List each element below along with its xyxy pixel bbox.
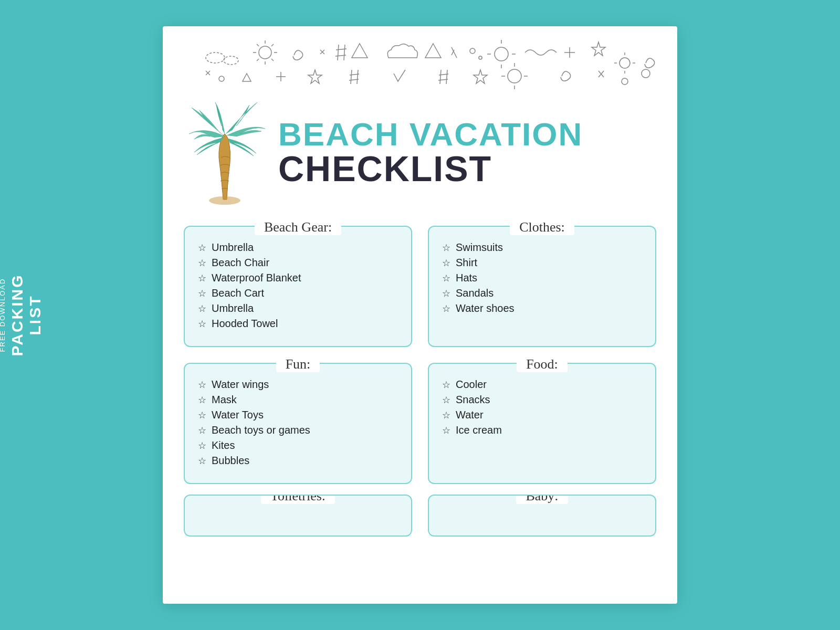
bottom-line-right-0 <box>339 495 398 496</box>
svg-point-21 <box>470 48 475 54</box>
svg-point-31 <box>620 58 630 68</box>
section-title-1: Clothes: <box>515 219 569 235</box>
section-title-2: Fun: <box>281 356 315 372</box>
svg-point-59 <box>622 78 628 85</box>
item-text: Sandals <box>456 287 494 299</box>
svg-point-0 <box>206 52 225 63</box>
checklist-item: ☆Beach toys or games <box>198 424 398 436</box>
checklist-item: ☆Water wings <box>198 379 398 391</box>
bottom-line-left-0 <box>198 495 257 496</box>
checklist-item: ☆Beach Cart <box>198 287 398 299</box>
svg-marker-30 <box>592 42 605 56</box>
section-title-0: Beach Gear: <box>260 219 336 235</box>
svg-point-52 <box>508 69 521 83</box>
section-title-wrapper-3: Food: <box>442 354 642 372</box>
star-icon: ☆ <box>198 272 206 284</box>
bottom-title-bg-0: Toiletries: <box>261 495 335 504</box>
star-icon: ☆ <box>442 410 450 421</box>
section-title-line-left-0 <box>198 226 250 227</box>
item-text: Cooler <box>456 379 487 391</box>
checklist-item: ☆Water <box>442 409 642 421</box>
main-card: BEACH VACATION CHECKLIST Beach Gear:☆Umb… <box>163 26 677 604</box>
svg-line-44 <box>357 70 358 84</box>
section-title-wrapper-2: Fun: <box>198 354 398 372</box>
checklist-item: ☆Beach Chair <box>198 257 398 269</box>
svg-marker-51 <box>474 70 487 83</box>
section-title-line-left-3 <box>442 363 512 364</box>
section-title-3: Food: <box>522 356 562 372</box>
section-title-bg-1: Clothes: <box>510 217 574 235</box>
item-text: Water shoes <box>456 302 514 314</box>
item-text: Water wings <box>212 379 269 391</box>
section-title-line-left-1 <box>442 226 506 227</box>
star-icon: ☆ <box>198 242 206 254</box>
free-download-text: FREE DOWNLOAD <box>0 262 6 368</box>
checklist-item: ☆Ice cream <box>442 424 642 436</box>
svg-line-48 <box>446 70 447 84</box>
checklist-item: ☆Snacks <box>442 394 642 406</box>
item-text: Water Toys <box>212 409 264 421</box>
section-title-wrapper-0: Beach Gear: <box>198 217 398 235</box>
star-icon: ☆ <box>198 440 206 452</box>
star-icon: ☆ <box>442 257 450 269</box>
checklist-item: ☆Swimsuits <box>442 242 642 254</box>
checklist-item: ☆Cooler <box>442 379 642 391</box>
svg-line-7 <box>257 44 259 46</box>
bottom-line-right-1 <box>572 495 642 496</box>
svg-line-13 <box>338 45 339 60</box>
star-icon: ☆ <box>442 303 450 314</box>
star-icon: ☆ <box>442 288 450 299</box>
bottom-line-left-1 <box>442 495 512 496</box>
star-icon: ☆ <box>198 425 206 436</box>
section-card-3: Food:☆Cooler☆Snacks☆Water☆Ice cream <box>428 363 656 484</box>
item-text: Snacks <box>456 394 490 406</box>
star-icon: ☆ <box>198 288 206 299</box>
hero-title: BEACH VACATION CHECKLIST <box>278 118 656 186</box>
checklist-item: ☆Kites <box>198 439 398 452</box>
star-icon: ☆ <box>198 379 206 391</box>
item-text: Water <box>456 409 484 421</box>
item-text: Ice cream <box>456 424 502 436</box>
svg-point-61 <box>209 196 240 205</box>
star-icon: ☆ <box>198 303 206 314</box>
item-text: Waterproof Blanket <box>212 272 301 284</box>
item-text: Beach Chair <box>212 257 269 269</box>
checklist-item: ☆Water shoes <box>442 302 642 314</box>
item-text: Hooded Towel <box>212 318 278 330</box>
svg-marker-42 <box>308 70 322 83</box>
section-title-bg-2: Fun: <box>276 354 320 372</box>
item-text: Kites <box>212 439 235 452</box>
svg-line-14 <box>344 45 345 60</box>
svg-line-47 <box>440 70 441 84</box>
svg-line-8 <box>271 59 274 61</box>
checklist-item: ☆Bubbles <box>198 455 398 467</box>
checklist-item: ☆Waterproof Blanket <box>198 272 398 284</box>
item-text: Swimsuits <box>456 242 503 254</box>
item-text: Mask <box>212 394 237 406</box>
item-text: Bubbles <box>212 455 249 467</box>
star-icon: ☆ <box>442 379 450 391</box>
item-text: Shirt <box>456 257 477 269</box>
bottom-section-title-wrapper-1: Baby: <box>442 495 642 504</box>
section-title-line-left-2 <box>198 363 272 364</box>
title-line2: CHECKLIST <box>278 151 656 186</box>
svg-point-23 <box>495 47 508 61</box>
bottom-section-title-1: Baby: <box>521 495 562 503</box>
checklist-item: ☆Water Toys <box>198 409 398 421</box>
svg-marker-39 <box>243 74 251 81</box>
section-title-line-right-1 <box>579 226 642 227</box>
item-text: Umbrella <box>212 242 254 254</box>
section-title-line-right-0 <box>345 226 398 227</box>
bottom-section-card-1: Baby: <box>428 495 656 537</box>
svg-point-1 <box>224 56 238 65</box>
svg-point-22 <box>479 56 482 59</box>
checklist-item: ☆Umbrella <box>198 242 398 254</box>
sections-grid: Beach Gear:☆Umbrella☆Beach Chair☆Waterpr… <box>184 220 656 489</box>
checklist-item: ☆Mask <box>198 394 398 406</box>
bottom-sections-grid: Toiletries:Baby: <box>184 489 656 537</box>
star-icon: ☆ <box>442 394 450 406</box>
checklist-item: ☆Sandals <box>442 287 642 299</box>
svg-line-10 <box>257 59 259 61</box>
bottom-title-bg-1: Baby: <box>516 495 568 504</box>
palm-tree-icon <box>184 100 268 205</box>
